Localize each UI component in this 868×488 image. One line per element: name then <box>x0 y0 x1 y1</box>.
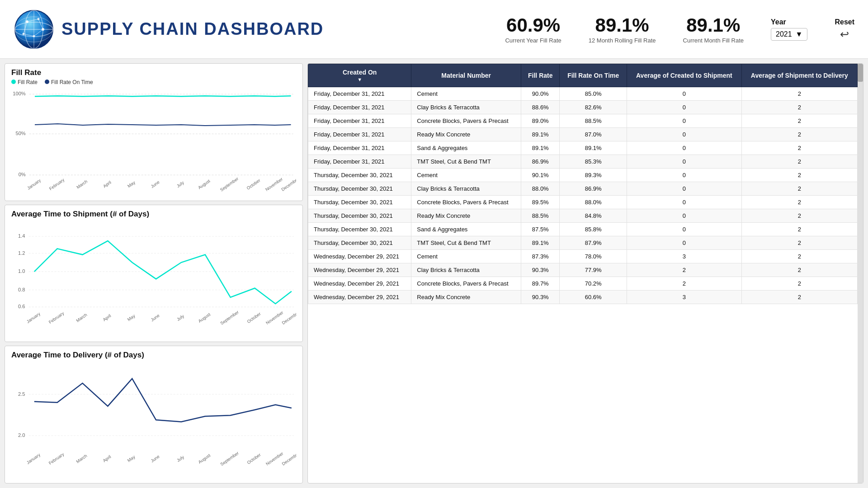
table-cell: 89.1% <box>560 141 627 155</box>
svg-text:September: September <box>219 450 240 467</box>
table-cell: 0 <box>627 182 741 196</box>
table-cell: 85.8% <box>560 223 627 236</box>
table-row: Wednesday, December 29, 2021Clay Bricks … <box>308 263 858 277</box>
col-avg-shipment-to-delivery[interactable]: Average of Shipment to Delivery <box>741 64 857 87</box>
table-row: Wednesday, December 29, 2021Concrete Blo… <box>308 277 858 291</box>
svg-text:May: May <box>127 180 136 189</box>
svg-text:May: May <box>127 313 136 322</box>
table-cell: Thursday, December 30, 2021 <box>308 223 411 236</box>
table-cell: 0 <box>627 101 741 114</box>
table-cell: 2 <box>741 182 857 196</box>
globe-logo <box>14 9 54 50</box>
metric-current-month-label: Current Month Fill Rate <box>683 37 744 44</box>
table-row: Thursday, December 30, 2021Clay Bricks &… <box>308 182 858 196</box>
metric-current-year-label: Current Year Fill Rate <box>505 37 561 44</box>
table-cell: 2 <box>741 250 857 263</box>
table-cell: Thursday, December 30, 2021 <box>308 169 411 182</box>
svg-text:2.0: 2.0 <box>18 432 25 438</box>
svg-text:April: April <box>102 180 112 189</box>
table-cell: 2 <box>741 277 857 291</box>
table-cell: 2 <box>741 141 857 155</box>
scrollbar-thumb[interactable] <box>858 64 863 82</box>
table-cell: 89.5% <box>521 196 560 209</box>
table-header-row: Created On ▼ Material Number Fill Rate F… <box>308 64 858 87</box>
svg-text:June: June <box>150 313 160 322</box>
table-cell: 90.0% <box>521 87 560 101</box>
scrollbar[interactable] <box>858 64 863 483</box>
svg-text:March: March <box>75 178 88 189</box>
svg-text:2.5: 2.5 <box>18 391 25 397</box>
table-cell: Wednesday, December 29, 2021 <box>308 263 411 277</box>
table-cell: Wednesday, December 29, 2021 <box>308 250 411 263</box>
chevron-down-icon: ▼ <box>796 30 803 38</box>
svg-text:July: July <box>176 180 185 188</box>
table-cell: 2 <box>741 87 857 101</box>
col-created-on[interactable]: Created On ▼ <box>308 64 411 87</box>
reset-button[interactable]: Reset ↩ <box>835 18 854 41</box>
metric-current-year: 60.9% Current Year Fill Rate <box>505 14 561 44</box>
table-cell: 87.0% <box>560 128 627 141</box>
table-cell: 2 <box>741 291 857 304</box>
table-cell: 2 <box>627 277 741 291</box>
table-cell: Ready Mix Concrete <box>411 128 521 141</box>
table-cell: 0 <box>627 209 741 223</box>
table-cell: 2 <box>627 263 741 277</box>
table-container: Created On ▼ Material Number Fill Rate F… <box>308 64 863 483</box>
year-select-dropdown[interactable]: 2021 ▼ <box>771 28 807 41</box>
table-cell: Friday, December 31, 2021 <box>308 141 411 155</box>
year-filter: Year 2021 ▼ <box>771 18 807 41</box>
table-cell: 60.6% <box>560 291 627 304</box>
table-cell: 0 <box>627 169 741 182</box>
metric-current-month: 89.1% Current Month Fill Rate <box>683 14 744 44</box>
table-cell: 0 <box>627 155 741 169</box>
col-fill-rate-on-time[interactable]: Fill Rate On Time <box>560 64 627 87</box>
table-cell: TMT Steel, Cut & Bend TMT <box>411 155 521 169</box>
table-cell: 2 <box>741 236 857 250</box>
table-cell: 89.1% <box>521 141 560 155</box>
svg-text:50%: 50% <box>15 131 25 136</box>
table-cell: 88.6% <box>521 101 560 114</box>
year-select-value: 2021 <box>776 30 792 38</box>
table-cell: Cement <box>411 87 521 101</box>
svg-text:November: November <box>264 176 284 192</box>
col-fill-rate[interactable]: Fill Rate <box>521 64 560 87</box>
table-wrapper[interactable]: Created On ▼ Material Number Fill Rate F… <box>308 64 858 483</box>
col-material-number[interactable]: Material Number <box>411 64 521 87</box>
table-cell: 2 <box>741 263 857 277</box>
svg-text:April: April <box>102 313 112 322</box>
time-to-shipment-title: Average Time to Shipment (# of Days) <box>11 210 296 219</box>
svg-text:August: August <box>197 311 211 323</box>
table-cell: 88.5% <box>560 114 627 128</box>
table-cell: Thursday, December 30, 2021 <box>308 182 411 196</box>
table-cell: Thursday, December 30, 2021 <box>308 209 411 223</box>
time-to-delivery-title: Average Time to Delivery (# of Days) <box>11 351 296 360</box>
svg-text:November: November <box>265 310 284 325</box>
table-cell: Sand & Aggregates <box>411 223 521 236</box>
table-row: Friday, December 31, 2021TMT Steel, Cut … <box>308 155 858 169</box>
svg-text:April: April <box>102 454 112 463</box>
year-filter-label: Year <box>771 18 786 26</box>
table-cell: 90.3% <box>521 263 560 277</box>
svg-text:October: October <box>246 311 262 324</box>
data-table: Created On ▼ Material Number Fill Rate F… <box>308 64 858 304</box>
svg-text:February: February <box>48 177 66 191</box>
table-cell: 3 <box>627 291 741 304</box>
table-cell: Wednesday, December 29, 2021 <box>308 291 411 304</box>
table-cell: Friday, December 31, 2021 <box>308 114 411 128</box>
metric-12month-label: 12 Month Rolling Fill Rate <box>589 37 656 44</box>
table-cell: 70.2% <box>560 277 627 291</box>
table-panel: Created On ▼ Material Number Fill Rate F… <box>307 63 863 483</box>
svg-text:October: October <box>246 452 262 465</box>
metric-current-year-value: 60.9% <box>505 14 561 36</box>
table-cell: 87.3% <box>521 250 560 263</box>
svg-text:June: June <box>150 179 160 189</box>
col-avg-created-to-shipment[interactable]: Average of Created to Shipment <box>627 64 741 87</box>
table-cell: Concrete Blocks, Pavers & Precast <box>411 114 521 128</box>
table-cell: 89.7% <box>521 277 560 291</box>
table-cell: 89.0% <box>521 114 560 128</box>
table-cell: 2 <box>741 223 857 236</box>
legend-fill-rate-on-time-label: Fill Rate On Time <box>51 79 93 85</box>
table-row: Wednesday, December 29, 2021Ready Mix Co… <box>308 291 858 304</box>
table-cell: 0 <box>627 114 741 128</box>
time-to-delivery-chart-area: 2.5 2.0 January February March April May… <box>11 361 296 476</box>
